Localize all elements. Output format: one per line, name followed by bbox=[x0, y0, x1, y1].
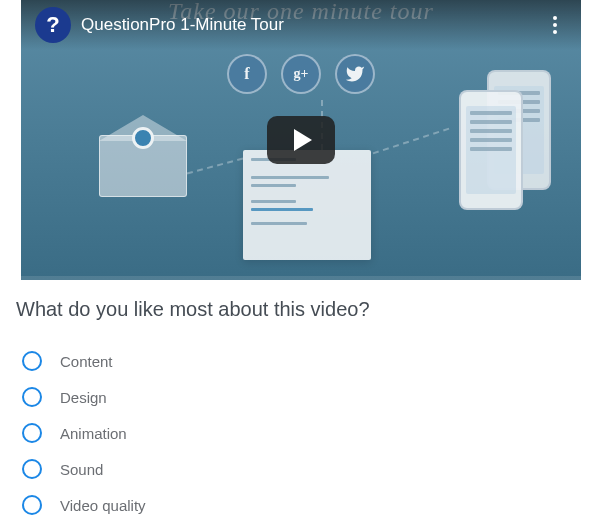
option-label: Video quality bbox=[60, 497, 146, 514]
question-area: What do you like most about this video? … bbox=[0, 280, 602, 523]
survey-container: Take our one minute tour f g+ bbox=[0, 0, 602, 523]
facebook-icon: f bbox=[227, 54, 267, 94]
radio-circle-icon bbox=[22, 495, 42, 515]
radio-circle-icon bbox=[22, 423, 42, 443]
radio-option[interactable]: Video quality bbox=[16, 487, 586, 523]
video-progress-bar[interactable] bbox=[21, 276, 581, 280]
option-label: Animation bbox=[60, 425, 127, 442]
option-label: Content bbox=[60, 353, 113, 370]
document-graphic bbox=[243, 150, 371, 260]
radio-option[interactable]: Sound bbox=[16, 451, 586, 487]
play-button[interactable] bbox=[267, 116, 335, 164]
connector-line bbox=[373, 128, 450, 155]
more-options-button[interactable] bbox=[543, 13, 567, 37]
radio-option[interactable]: Content bbox=[16, 343, 586, 379]
channel-avatar[interactable]: ? bbox=[35, 7, 71, 43]
envelope-graphic bbox=[99, 135, 187, 197]
video-player[interactable]: Take our one minute tour f g+ bbox=[21, 0, 581, 280]
video-header: ? QuestionPro 1-Minute Tour bbox=[21, 0, 581, 50]
twitter-icon bbox=[335, 54, 375, 94]
connector-line bbox=[187, 158, 244, 175]
radio-option[interactable]: Design bbox=[16, 379, 586, 415]
option-label: Sound bbox=[60, 461, 103, 478]
avatar-letter: ? bbox=[46, 12, 59, 38]
play-icon bbox=[294, 129, 312, 151]
options-list: Content Design Animation Sound Video qua… bbox=[16, 343, 586, 523]
google-plus-icon: g+ bbox=[281, 54, 321, 94]
social-icons-row: f g+ bbox=[227, 54, 375, 94]
radio-circle-icon bbox=[22, 459, 42, 479]
question-text: What do you like most about this video? bbox=[16, 298, 586, 321]
radio-option[interactable]: Animation bbox=[16, 415, 586, 451]
option-label: Design bbox=[60, 389, 107, 406]
radio-circle-icon bbox=[22, 351, 42, 371]
radio-circle-icon bbox=[22, 387, 42, 407]
video-title[interactable]: QuestionPro 1-Minute Tour bbox=[81, 15, 543, 35]
